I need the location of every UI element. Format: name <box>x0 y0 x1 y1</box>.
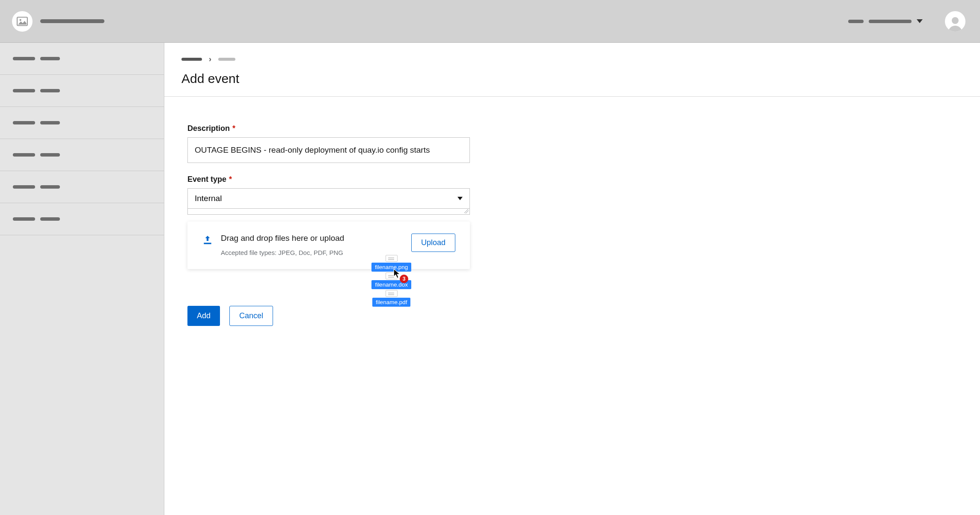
form-actions: Add Cancel <box>187 306 470 326</box>
chevron-right-icon: › <box>209 55 211 64</box>
sidebar-placeholder <box>40 121 60 124</box>
sidebar-placeholder <box>40 57 60 60</box>
caret-down-icon <box>917 19 923 23</box>
dragged-file-chip: filename.dox <box>371 280 411 289</box>
file-thumbnail-icon <box>386 290 398 297</box>
sidebar-placeholder <box>13 185 35 189</box>
dragged-files-preview: filename.png filename.dox filename.pdf <box>371 255 411 307</box>
sidebar-placeholder <box>40 217 60 221</box>
drag-cursor: 3 <box>393 269 402 281</box>
dragged-file-chip: filename.png <box>371 263 411 272</box>
file-thumbnail-icon <box>386 272 398 279</box>
upload-button[interactable]: Upload <box>411 234 455 252</box>
sidebar-placeholder <box>13 57 35 60</box>
main-content: › Add event Description * Event type * I… <box>164 43 980 515</box>
event-form: Description * Event type * Internal <box>187 97 470 326</box>
sidebar-item[interactable] <box>0 107 164 139</box>
file-dropzone[interactable]: Drag and drop files here or upload Accep… <box>187 222 470 269</box>
image-icon <box>17 17 28 26</box>
page-title: Add event <box>181 71 980 86</box>
upload-icon <box>202 234 213 246</box>
sidebar-item[interactable] <box>0 43 164 75</box>
dragged-file-chip: filename.pdf <box>372 298 411 307</box>
required-marker: * <box>232 124 235 133</box>
app-logo <box>12 11 33 32</box>
breadcrumb-item[interactable] <box>181 58 202 61</box>
sidebar-placeholder <box>13 89 35 92</box>
sidebar-placeholder <box>13 153 35 157</box>
add-button[interactable]: Add <box>187 306 220 326</box>
description-label: Description * <box>187 124 470 133</box>
required-marker: * <box>229 175 232 184</box>
textarea-resize-handle[interactable] <box>187 209 470 215</box>
sidebar-item[interactable] <box>0 139 164 171</box>
brand-placeholder <box>40 19 104 23</box>
event-type-label: Event type * <box>187 175 470 184</box>
drag-count-badge: 3 <box>400 275 408 283</box>
user-avatar[interactable] <box>945 11 965 32</box>
label-text: Event type <box>187 175 226 184</box>
cursor-icon <box>393 269 402 279</box>
breadcrumb: › <box>181 55 980 64</box>
main-header: › Add event <box>164 43 980 97</box>
app-header <box>0 0 980 43</box>
select-value: Internal <box>195 194 222 203</box>
svg-point-2 <box>952 17 959 24</box>
sidebar-placeholder <box>13 217 35 221</box>
dropzone-subtitle: Accepted file types: JPEG, Doc, PDF, PNG <box>221 249 344 256</box>
sidebar-placeholder <box>40 89 60 92</box>
context-placeholder-a <box>848 20 864 23</box>
caret-down-icon <box>457 197 463 200</box>
event-type-select[interactable]: Internal <box>187 188 470 209</box>
sidebar-placeholder <box>40 185 60 189</box>
sidebar-placeholder <box>13 121 35 124</box>
sidebar-item[interactable] <box>0 203 164 235</box>
sidebar <box>0 43 164 515</box>
sidebar-item[interactable] <box>0 171 164 203</box>
cancel-button[interactable]: Cancel <box>229 306 273 326</box>
sidebar-placeholder <box>40 153 60 157</box>
person-icon <box>947 15 964 32</box>
description-input[interactable] <box>187 137 470 163</box>
dropzone-title: Drag and drop files here or upload <box>221 234 344 243</box>
context-selector[interactable] <box>848 19 923 23</box>
sidebar-item[interactable] <box>0 75 164 107</box>
context-placeholder-b <box>869 20 912 23</box>
svg-point-1 <box>20 19 21 21</box>
label-text: Description <box>187 124 230 133</box>
breadcrumb-item-current <box>218 58 235 61</box>
